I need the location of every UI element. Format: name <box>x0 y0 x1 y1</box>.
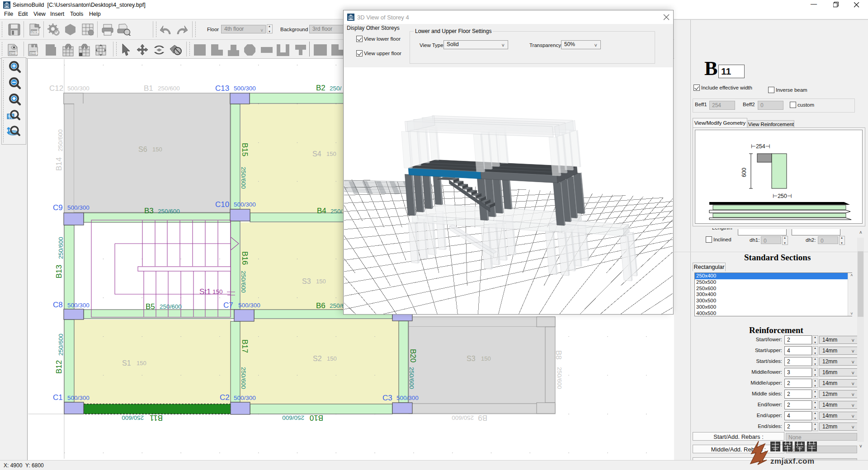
svg-text:250/600: 250/600 <box>57 129 64 151</box>
svg-text:C8: C8 <box>53 301 63 309</box>
svg-text:DWG: DWG <box>31 30 39 33</box>
svg-text:600: 600 <box>741 168 747 177</box>
svg-text:⊢254⊣: ⊢254⊣ <box>751 143 770 150</box>
svg-text:C13: C13 <box>215 84 229 93</box>
svg-text:B15: B15 <box>241 143 249 156</box>
svg-text:S4: S4 <box>312 150 321 158</box>
svg-text:B11: B11 <box>150 414 163 422</box>
svg-text:B5: B5 <box>146 302 155 311</box>
svg-text:B13: B13 <box>55 265 63 278</box>
svg-text:St1: St1 <box>199 287 211 296</box>
svg-text:B1: B1 <box>144 84 153 93</box>
svg-text:250/600: 250/600 <box>158 208 180 215</box>
svg-text:150: 150 <box>316 278 326 285</box>
svg-text:C10: C10 <box>215 200 229 209</box>
svg-text:S3: S3 <box>302 277 311 285</box>
svg-text:250/600: 250/600 <box>122 414 144 421</box>
svg-text:500/300: 500/300 <box>238 302 260 309</box>
svg-text:500/300: 500/300 <box>67 395 90 401</box>
svg-text:C3: C3 <box>382 394 392 402</box>
svg-text:B14: B14 <box>55 157 63 171</box>
svg-text:B17: B17 <box>241 339 249 353</box>
svg-text:500/300: 500/300 <box>67 302 90 309</box>
svg-text:500/300: 500/300 <box>234 85 256 92</box>
svg-text:250/600: 250/600 <box>240 167 247 189</box>
svg-text:150: 150 <box>326 150 336 157</box>
svg-text:B20: B20 <box>409 349 417 362</box>
svg-text:DWG: DWG <box>30 52 38 55</box>
svg-text:zmjaxf.com: zmjaxf.com <box>770 457 815 465</box>
svg-text:C7: C7 <box>223 301 233 310</box>
svg-text:S1: S1 <box>122 359 131 367</box>
svg-text:C2: C2 <box>220 393 230 402</box>
svg-text:150: 150 <box>212 288 223 295</box>
svg-text:150: 150 <box>327 355 337 362</box>
svg-text:B4: B4 <box>317 207 326 215</box>
svg-text:250/600: 250/600 <box>57 237 64 259</box>
svg-text:250/: 250/ <box>330 85 342 92</box>
svg-text:500/300: 500/300 <box>67 204 90 211</box>
svg-text:B10: B10 <box>310 414 323 422</box>
svg-text:500/300: 500/300 <box>234 201 256 208</box>
svg-text:C1: C1 <box>53 393 63 402</box>
svg-text:500/300: 500/300 <box>234 395 256 401</box>
svg-text:150: 150 <box>137 360 146 367</box>
svg-text:C9: C9 <box>53 203 63 212</box>
svg-text:500/300: 500/300 <box>396 395 419 401</box>
svg-text:B3: B3 <box>144 207 154 215</box>
svg-text:B2: B2 <box>316 84 326 92</box>
svg-text:250/600: 250/600 <box>556 367 563 389</box>
svg-text:B8: B8 <box>554 350 563 360</box>
svg-text:C12: C12 <box>49 84 63 93</box>
svg-text:250/600: 250/600 <box>240 367 247 389</box>
svg-text:B9: B9 <box>478 414 487 422</box>
svg-text:250/600: 250/600 <box>408 367 415 389</box>
svg-text:150: 150 <box>481 355 491 362</box>
svg-text:B12: B12 <box>55 360 63 374</box>
svg-text:150: 150 <box>152 146 162 153</box>
svg-text:S2: S2 <box>313 355 322 362</box>
svg-text:S6: S6 <box>138 146 147 153</box>
svg-text:DWG: DWG <box>9 52 18 55</box>
svg-text:250/600: 250/600 <box>160 303 182 310</box>
svg-text:S3: S3 <box>467 355 476 362</box>
svg-text:250/600: 250/600 <box>282 414 304 421</box>
svg-text:250/600: 250/600 <box>158 85 180 92</box>
svg-text:250/600: 250/600 <box>57 334 64 356</box>
svg-text:250/6: 250/6 <box>330 302 345 309</box>
svg-text:B16: B16 <box>241 251 249 265</box>
svg-text:500/300: 500/300 <box>67 85 90 92</box>
svg-text:B6: B6 <box>316 301 326 310</box>
svg-text:250/600: 250/600 <box>240 271 247 293</box>
svg-text:250/: 250/ <box>330 208 343 215</box>
svg-text:250/600: 250/600 <box>452 414 474 421</box>
